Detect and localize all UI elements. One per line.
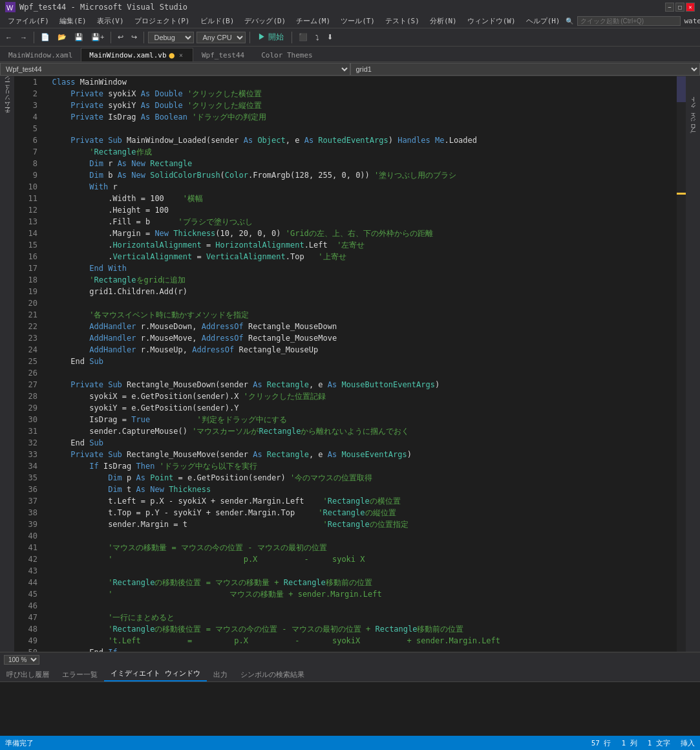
line-number: 50 [14,647,37,652]
code-line: 'Rectangleの移動後位置 = マウスの今の位置 - マウスの最初の位置 … [43,623,674,635]
forward-button[interactable]: → [17,32,30,43]
close-button[interactable]: ✕ [686,3,695,12]
minimize-button[interactable]: − [665,3,674,12]
zoom-bar: 100 % 75 % 125 % [0,652,700,667]
line-number: 14 [14,228,37,239]
menu-project[interactable]: プロジェクト(P) [129,15,195,27]
line-number: 9 [14,169,37,181]
tab-label: MainWindow.xaml [8,51,72,59]
bottom-tab-callstack[interactable]: 呼び出し履層 [0,668,56,681]
quick-launch-input[interactable] [577,16,681,26]
run-button[interactable]: ▶ 開始 [254,30,287,44]
undo-button[interactable]: ↩ [115,32,126,43]
menu-team[interactable]: チーム(M) [291,15,335,27]
maximize-button[interactable]: □ [675,3,684,12]
code-line: Private Sub MainWindow_Loaded(sender As … [43,134,674,146]
line-number: 22 [14,321,37,332]
code-line [43,297,674,309]
line-number: 39 [14,519,37,530]
tab-close-icon[interactable]: × [177,52,185,59]
menu-analyze[interactable]: 分析(N) [425,15,462,27]
line-number: 37 [14,495,37,507]
line-number: 41 [14,542,37,553]
open-button[interactable]: 📂 [55,32,69,43]
project-icon[interactable]: プロジェクト [689,100,697,138]
code-content[interactable]: Class MainWindow Private syokiX As Doubl… [40,76,677,652]
tab-mainwindow-xaml-vb[interactable]: MainWindow.xaml.vb ● × [81,48,193,61]
config-dropdown[interactable]: Debug Release [148,32,194,43]
line-number: 44 [14,577,37,588]
line-number: 20 [14,297,37,309]
tab-color-themes[interactable]: Color Themes [253,48,321,61]
line-number: 47 [14,612,37,623]
line-number: 43 [14,565,37,577]
code-line: .Margin = New Thickness(10, 20, 0, 0) 'G… [43,228,674,239]
team-explorer-icon[interactable]: チーム [1,105,13,116]
bottom-tab-immediate[interactable]: イミディエイト ウィンドウ [104,667,207,681]
bottom-content [0,682,700,736]
line-number: 40 [14,530,37,542]
namespace-dropdown[interactable]: Wpf_test44 [0,63,350,76]
status-left: 準備完了 [5,738,34,748]
save-button[interactable]: 💾 [72,32,86,43]
code-line: sender.CaptureMouse() 'マウスカーソルがRectangle… [43,425,674,437]
line-number: 34 [14,460,37,472]
separator-4 [249,32,250,43]
tab-wpf-test44[interactable]: Wpf_test44 [193,48,253,61]
tab-mainwindow-xaml[interactable]: MainWindow.xaml [0,48,81,61]
menu-build[interactable]: ビルド(B) [195,15,240,27]
status-bar: 準備完了 57 行 1 列 1 文字 挿入 [0,736,700,750]
code-editor[interactable]: 1234567891011121314151617181920212223242… [14,76,686,652]
status-ready: 準備完了 [5,738,34,748]
tab-label: Color Themes [261,51,312,59]
code-line: '一行にまとめると [43,612,674,623]
menu-help[interactable]: ヘルプ(H) [521,15,566,27]
scrollbar-thumb[interactable] [677,76,686,102]
line-number: 31 [14,425,37,437]
code-line: Private syokiY As Double 'クリックした縦位置 [43,100,674,111]
member-dropdown[interactable]: grid1 [350,63,701,76]
step-over-button[interactable]: ⤵ [313,32,322,43]
menu-file[interactable]: ファイル(F) [3,15,54,27]
line-number: 28 [14,391,37,402]
solution-explorer-icon[interactable]: ソリューション [1,79,13,91]
menu-window[interactable]: ウィンドウ(W) [462,15,521,27]
line-number: 46 [14,600,37,612]
window-controls[interactable]: − □ ✕ [665,3,695,12]
code-line [43,367,674,379]
new-project-button[interactable]: 📄 [38,32,52,43]
menu-view[interactable]: 表示(V) [92,15,129,27]
code-line: .HorizontalAlignment = HorizontalAlignme… [43,239,674,251]
menu-test[interactable]: テスト(S) [380,15,425,27]
step-in-button[interactable]: ⬇ [324,32,335,43]
line-number: 8 [14,158,37,169]
menu-edit[interactable]: 編集(E) [54,15,92,27]
zoom-select[interactable]: 100 % 75 % 125 % [4,655,39,665]
right-sidebar: 通知 プロジェクト [686,76,700,652]
line-number: 12 [14,204,37,216]
back-button[interactable]: ← [3,32,15,43]
code-line: .VerticalAlignment = VerticalAlignment.T… [43,251,674,262]
code-line: IsDrag = True '判定をドラッグ中にする [43,414,674,425]
breakpoints-button[interactable]: ⬛ [296,32,310,43]
menu-tools[interactable]: ツール(T) [335,15,380,27]
status-row: 57 行 [591,738,611,748]
line-number: 13 [14,216,37,228]
code-line: Private IsDrag As Boolean 'ドラッグ中の判定用 [43,111,674,123]
save-all-button[interactable]: 💾+ [89,32,107,43]
line-number: 32 [14,437,37,449]
bottom-tab-output[interactable]: 出力 [207,668,234,681]
platform-dropdown[interactable]: Any CPU x64 x86 [196,32,246,43]
main-area: ソリューション チーム 1234567891011121314151617181… [0,76,700,652]
line-number: 25 [14,356,37,367]
tab-label: MainWindow.xaml.vb [89,51,166,59]
menu-debug[interactable]: デバッグ(D) [239,15,291,27]
code-line: End With [43,262,674,274]
code-line: AddHandler r.MouseDown, AddressOf Rectan… [43,321,674,332]
line-number: 26 [14,367,37,379]
bottom-tab-find-symbol[interactable]: シンボルの検索結果 [234,668,311,681]
title-bar: W Wpf_test44 - Microsoft Visual Studio −… [0,0,700,14]
bottom-tab-errors[interactable]: エラー一覧 [56,668,104,681]
vertical-scrollbar[interactable] [677,76,686,652]
redo-button[interactable]: ↪ [129,32,140,43]
